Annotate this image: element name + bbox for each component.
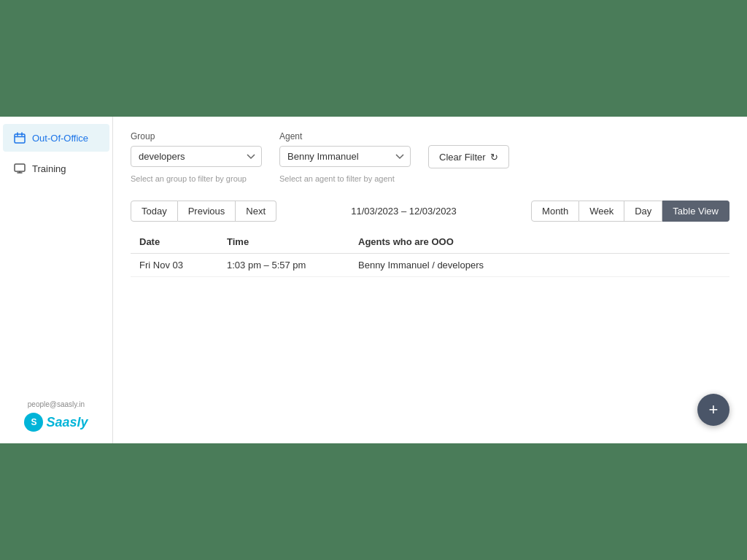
- refresh-icon: ↻: [490, 152, 498, 163]
- group-filter-select[interactable]: developers: [131, 146, 262, 167]
- agent-filter: Agent Benny Immanuel Select an agent to …: [279, 131, 411, 183]
- sidebar-item-out-of-office[interactable]: Out-Of-Office: [3, 124, 109, 152]
- today-button[interactable]: Today: [131, 201, 178, 222]
- agent-filter-label: Agent: [279, 131, 411, 141]
- filters-row: Group developers Select an group to filt…: [131, 131, 729, 183]
- table-view-button[interactable]: Table View: [662, 201, 729, 222]
- col-time: Time: [218, 230, 349, 254]
- sidebar-item-training[interactable]: Training: [3, 155, 109, 182]
- sidebar-email: people@saasly.in: [12, 400, 101, 408]
- previous-button[interactable]: Previous: [178, 201, 236, 222]
- col-agents: Agents who are OOO: [349, 230, 729, 254]
- clear-filter-button[interactable]: Clear Filter ↻: [428, 145, 509, 168]
- day-view-button[interactable]: Day: [624, 201, 662, 222]
- group-filter: Group developers Select an group to filt…: [131, 131, 262, 183]
- agent-filter-hint: Select an agent to filter by agent: [279, 174, 411, 183]
- add-fab-button[interactable]: +: [697, 394, 729, 426]
- table-row: Fri Nov 03 1:03 pm – 5:57 pm Benny Imman…: [131, 254, 729, 277]
- sidebar: Out-Of-Office Training people@saasly.in …: [0, 117, 113, 443]
- cell-date: Fri Nov 03: [131, 254, 218, 277]
- agent-filter-select[interactable]: Benny Immanuel: [279, 146, 411, 167]
- nav-buttons: Today Previous Next: [131, 201, 276, 222]
- fab-plus-icon: +: [709, 400, 719, 419]
- month-view-button[interactable]: Month: [531, 201, 579, 222]
- col-date: Date: [131, 230, 218, 254]
- date-range: 11/03/2023 – 12/03/2023: [351, 206, 457, 217]
- saasly-logo-text: Saasly: [46, 415, 88, 430]
- svg-rect-0: [15, 134, 25, 143]
- monitor-icon: [13, 162, 26, 175]
- group-filter-label: Group: [131, 131, 262, 141]
- sidebar-footer: people@saasly.in S Saasly: [0, 389, 112, 443]
- sidebar-item-out-of-office-label: Out-Of-Office: [32, 133, 88, 144]
- week-view-button[interactable]: Week: [579, 201, 624, 222]
- content-area: Group developers Select an group to filt…: [113, 117, 747, 443]
- view-buttons: Month Week Day Table View: [531, 201, 729, 222]
- next-button[interactable]: Next: [236, 201, 276, 222]
- group-filter-hint: Select an group to filter by group: [131, 174, 262, 183]
- cell-agents: Benny Immanuel / developers: [349, 254, 729, 277]
- saasly-logo: S Saasly: [12, 413, 101, 432]
- saasly-logo-icon: S: [24, 413, 43, 432]
- clear-filter-label: Clear Filter: [439, 152, 486, 163]
- calendar-nav: Today Previous Next 11/03/2023 – 12/03/2…: [131, 201, 729, 222]
- ooo-table: Date Time Agents who are OOO Fri Nov 03 …: [131, 230, 729, 277]
- svg-rect-4: [15, 164, 25, 171]
- calendar-icon: [13, 131, 26, 144]
- sidebar-item-training-label: Training: [32, 163, 66, 174]
- cell-time: 1:03 pm – 5:57 pm: [218, 254, 349, 277]
